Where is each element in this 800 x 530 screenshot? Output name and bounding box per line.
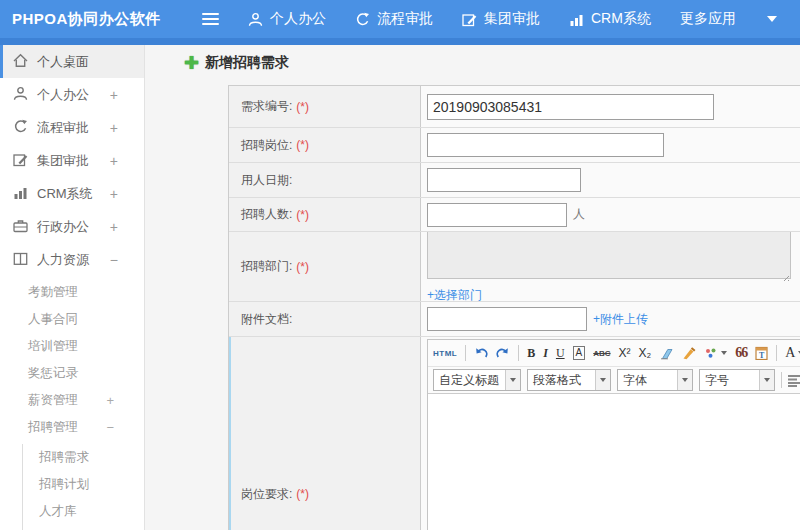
sidebar-item-group-approval[interactable]: 集团审批 + [0, 144, 144, 177]
eraser-icon[interactable] [659, 347, 674, 360]
process-icon [355, 12, 370, 27]
select-value: 字号 [700, 372, 759, 389]
superscript-button[interactable]: X² [619, 346, 631, 360]
field-label: 需求编号: [241, 98, 292, 115]
more-apps-dropdown[interactable] [765, 16, 777, 22]
attachment-input[interactable] [427, 307, 587, 331]
field-label: 用人日期: [241, 172, 292, 189]
expand-plus-icon[interactable]: + [110, 219, 118, 235]
sidebar-item-attendance[interactable]: 考勤管理 [0, 279, 144, 306]
bold-button[interactable]: B [527, 346, 535, 361]
select-value: 段落格式 [528, 372, 595, 389]
form-row-job-requirements: 岗位要求: (*) HTML [229, 337, 800, 530]
font-family-select[interactable]: 字体 [617, 369, 693, 391]
expand-plus-icon[interactable]: + [110, 153, 118, 169]
hr-submenu: 考勤管理 人事合同 培训管理 奖惩记录 薪资管理+ 招聘管理− 招聘需求 招聘计… [0, 279, 144, 530]
header-accent-strip [0, 38, 800, 45]
field-label: 附件文档: [241, 311, 292, 328]
toolbar-separator [465, 345, 466, 361]
demand-no-input[interactable] [427, 94, 714, 120]
app-window: PHPOA协同办公软件 个人办公 流程审批 集团审批 [0, 0, 800, 530]
border-text-button[interactable]: A [573, 346, 586, 360]
underline-button[interactable]: U [556, 346, 565, 361]
sidebar-item-admin-office[interactable]: 行政办公 + [0, 210, 144, 243]
sidebar-item-label: 集团审批 [37, 152, 89, 170]
required-marker: (*) [296, 100, 309, 114]
sidebar-item-hr[interactable]: 人力资源 − [0, 243, 144, 276]
nav-item-group-approval[interactable]: 集团审批 [462, 10, 540, 28]
color-palette-icon[interactable] [704, 347, 727, 360]
html-source-button[interactable]: HTML [433, 349, 457, 358]
select-department-link[interactable]: +选择部门 [427, 287, 482, 301]
sidebar-item-label: 流程审批 [37, 119, 89, 137]
nav-item-more-apps[interactable]: 更多应用 [680, 10, 736, 28]
headcount-input[interactable] [427, 203, 567, 227]
sidebar-item-salary[interactable]: 薪资管理+ [0, 387, 144, 414]
nav-item-workflow-approval[interactable]: 流程审批 [355, 10, 433, 28]
sidebar-item-crm[interactable]: CRM系统 + [0, 177, 144, 210]
recruit-submenu: 招聘需求 招聘计划 人才库 [22, 444, 144, 530]
format-brush-icon[interactable] [682, 347, 696, 360]
font-color-button[interactable]: A [785, 345, 800, 361]
sidebar-item-talent-pool[interactable]: 人才库 [23, 498, 144, 525]
align-left-icon[interactable] [788, 374, 800, 387]
hamburger-icon[interactable] [202, 13, 219, 25]
caret-down-icon [595, 370, 610, 390]
editor-toolbar-row1: HTML B I U A [428, 340, 800, 366]
italic-button[interactable]: I [543, 346, 548, 361]
redo-icon[interactable] [496, 347, 510, 360]
collapse-minus-icon[interactable]: − [110, 252, 118, 268]
blockquote-button[interactable]: 66 [735, 345, 747, 361]
hire-date-input[interactable] [427, 168, 581, 192]
rich-text-editor: HTML B I U A [427, 339, 800, 530]
paste-icon[interactable]: T [755, 346, 768, 360]
sidebar-item-label: 个人桌面 [37, 53, 89, 71]
nav-item-personal-office[interactable]: 个人办公 [248, 10, 326, 28]
paragraph-format-select[interactable]: 段落格式 [527, 369, 611, 391]
chart-icon [13, 185, 37, 203]
user-icon [13, 86, 37, 104]
expand-plus-icon[interactable]: + [110, 87, 118, 103]
sidebar-item-recruit-plan[interactable]: 招聘计划 [23, 471, 144, 498]
nav-item-crm[interactable]: CRM系统 [569, 10, 651, 28]
top-nav: 个人办公 流程审批 集团审批 CRM系统 更多应用 [248, 0, 800, 38]
edit-icon [462, 12, 477, 27]
strikethrough-button[interactable]: ABC [593, 349, 610, 358]
sidebar-item-training[interactable]: 培训管理 [0, 333, 144, 360]
undo-icon[interactable] [474, 347, 488, 360]
sidebar-item-workflow-approval[interactable]: 流程审批 + [0, 111, 144, 144]
expand-plus-icon[interactable]: + [110, 186, 118, 202]
sidebar-item-hr-contract[interactable]: 人事合同 [0, 306, 144, 333]
headcount-unit: 人 [573, 206, 585, 223]
nav-item-label: 集团审批 [484, 10, 540, 28]
sidebar: 个人桌面 个人办公 + 流程审批 + 集团审批 + [0, 45, 145, 530]
field-label: 招聘岗位: [241, 137, 292, 154]
toolbar-separator [781, 372, 782, 388]
collapse-minus-icon[interactable]: − [106, 414, 114, 441]
department-textarea[interactable] [427, 232, 791, 279]
form-row-department: 招聘部门: (*) +选择部门 [229, 232, 800, 302]
sub-item-label: 人才库 [39, 504, 77, 518]
page-title: ✚ 新增招聘需求 [184, 54, 289, 72]
user-icon [248, 12, 263, 27]
sidebar-item-personal-office[interactable]: 个人办公 + [0, 78, 144, 111]
editor-content-area[interactable] [428, 393, 800, 530]
field-label: 招聘部门: [241, 258, 292, 275]
sidebar-item-rewards[interactable]: 奖惩记录 [0, 360, 144, 387]
sidebar-item-personal-desktop[interactable]: 个人桌面 [0, 45, 144, 78]
sidebar-item-recruit-mgmt[interactable]: 招聘管理− [0, 414, 144, 441]
field-label: 招聘人数: [241, 206, 292, 223]
sub-item-label: 招聘需求 [39, 450, 89, 464]
expand-plus-icon[interactable]: + [110, 120, 118, 136]
sidebar-item-recruit-demand[interactable]: 招聘需求 [23, 444, 144, 471]
expand-plus-icon[interactable]: + [106, 387, 114, 414]
attachment-upload-link[interactable]: +附件上传 [593, 311, 648, 328]
nav-item-label: 个人办公 [270, 10, 326, 28]
subscript-button[interactable]: X₂ [639, 346, 652, 360]
custom-heading-select[interactable]: 自定义标题 [433, 369, 521, 391]
form-row-hire-date: 用人日期: [229, 163, 800, 198]
edit-icon [13, 152, 37, 170]
chart-icon [569, 12, 584, 27]
position-input[interactable] [427, 133, 664, 157]
font-size-select[interactable]: 字号 [699, 369, 775, 391]
